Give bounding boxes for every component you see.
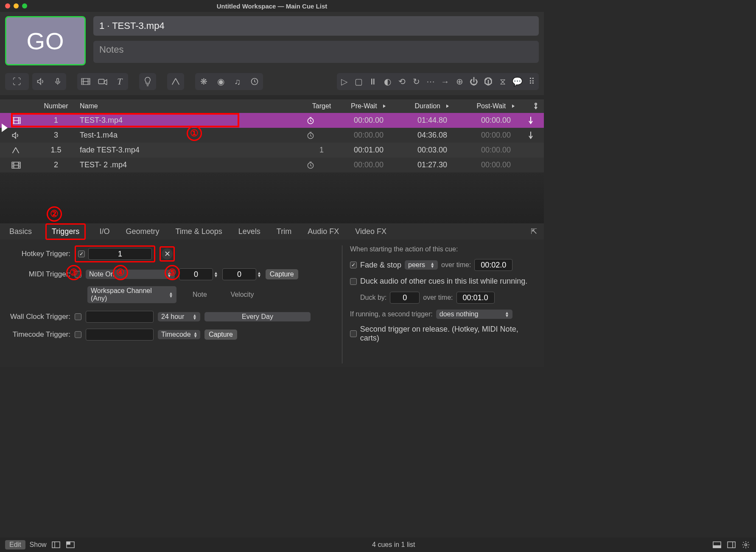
stop-icon[interactable]: ▢ xyxy=(351,73,366,90)
column-continue-header[interactable] xyxy=(528,102,544,110)
timecode-cue-icon[interactable] xyxy=(246,73,263,90)
video-cue-icon[interactable] xyxy=(77,73,94,90)
duck-label: Duck audio of other cues in this list wh… xyxy=(360,277,527,286)
pause-icon[interactable]: ⏸ xyxy=(366,73,380,90)
second-trigger-label: If running, a second trigger: xyxy=(350,310,433,318)
midi-cue-icon[interactable]: ◉ xyxy=(212,73,229,90)
midi-file-cue-icon[interactable]: ♫ xyxy=(229,73,246,90)
hotkey-trigger-label: Hotkey Trigger: xyxy=(7,250,70,258)
midi-velocity-stepper[interactable]: ▲▼ xyxy=(257,271,261,277)
target-icon[interactable]: ⊕ xyxy=(452,73,467,90)
cue-row[interactable]: 1TEST-3.mp400:00.0001:44.8000:00.00 xyxy=(0,113,544,128)
second-trigger-release-checkbox[interactable] xyxy=(350,330,357,337)
tab-audio-fx[interactable]: Audio FX xyxy=(305,225,342,238)
tab-geometry[interactable]: Geometry xyxy=(123,225,162,238)
devamp-icon[interactable]: ⋯ xyxy=(423,73,438,90)
cue-duration: 01:44.80 xyxy=(400,116,464,125)
fade-stop-time-input[interactable] xyxy=(474,259,512,271)
inspector-tabs: Basics Triggers I/O Geometry Time & Loop… xyxy=(0,223,544,239)
audio-cue-icon[interactable] xyxy=(32,73,49,90)
midi-type-select[interactable]: Note On ▲▼ xyxy=(86,270,175,279)
cue-target xyxy=(306,161,337,169)
tab-time-loops[interactable]: Time & Loops xyxy=(173,225,224,238)
script-icon[interactable]: ⠿ xyxy=(524,73,539,90)
fade-stop-checkbox[interactable] xyxy=(350,262,357,268)
cue-type-icon xyxy=(11,131,36,140)
tab-io[interactable]: I/O xyxy=(97,225,112,238)
wallclock-format-select[interactable]: 24 hour ▲▼ xyxy=(158,312,200,321)
timecode-type-select[interactable]: Timecode ▲▼ xyxy=(158,330,200,339)
svg-point-13 xyxy=(535,103,537,105)
reset-icon[interactable]: ↻ xyxy=(409,73,423,90)
midi-trigger-checkbox[interactable] xyxy=(75,271,81,278)
wallclock-time-input[interactable] xyxy=(86,311,154,323)
cue-row[interactable]: 3Test-1.m4a00:00.0004:36.0800:00.00 xyxy=(0,128,544,143)
mic-cue-icon[interactable] xyxy=(49,73,66,90)
cue-number: 2 xyxy=(36,161,76,169)
network-cue-icon[interactable]: ❋ xyxy=(195,73,212,90)
window-title: Untitled Workspace — Main Cue List xyxy=(0,3,544,10)
tab-triggers[interactable]: Triggers xyxy=(49,225,82,238)
tab-levels[interactable]: Levels xyxy=(236,225,263,238)
fade-stop-target-select[interactable]: peers ▲▼ xyxy=(405,260,438,270)
duck-by-input[interactable] xyxy=(390,292,420,304)
tab-basics[interactable]: Basics xyxy=(7,225,34,238)
memo-icon[interactable]: 💬 xyxy=(510,73,524,90)
midi-note-stepper[interactable]: ▲▼ xyxy=(214,271,218,277)
tab-trim[interactable]: Trim xyxy=(274,225,294,238)
duck-checkbox[interactable] xyxy=(350,278,357,285)
midi-channel-select[interactable]: Workspace Channel (Any) ▲▼ xyxy=(87,286,176,303)
text-cue-icon[interactable]: T xyxy=(111,73,128,90)
midi-capture-button[interactable]: Capture xyxy=(266,269,298,279)
cue-type-icon xyxy=(11,161,36,169)
play-icon[interactable]: ▷ xyxy=(337,73,351,90)
second-trigger-release-label: Second trigger on release. (Hotkey, MIDI… xyxy=(360,325,537,343)
midi-velocity-input[interactable] xyxy=(222,268,256,280)
cue-row[interactable]: 2TEST- 2 .mp400:00.0001:27.3000:00.00 xyxy=(0,158,544,172)
cue-postwait: 00:00.00 xyxy=(464,161,528,169)
cue-name: fade TEST-3.mp4 xyxy=(76,146,306,155)
column-duration-header[interactable]: Duration xyxy=(400,102,464,110)
disarm-icon[interactable]: ⏼ xyxy=(481,73,496,90)
cue-target xyxy=(306,116,337,125)
goto-icon[interactable]: → xyxy=(438,73,452,90)
cue-postwait: 00:00.00 xyxy=(464,146,528,155)
tab-video-fx[interactable]: Video FX xyxy=(353,225,389,238)
preview-icon[interactable]: ⟲ xyxy=(395,73,409,90)
fade-over-time-label: over time: xyxy=(441,261,471,269)
wallclock-days-select[interactable]: Every Day xyxy=(204,312,311,321)
wait-icon[interactable]: ⧖ xyxy=(496,73,510,90)
fullscreen-icon[interactable]: ⛶ xyxy=(5,73,29,90)
fade-cue-icon[interactable] xyxy=(167,73,184,90)
hotkey-clear-button[interactable]: ✕ xyxy=(162,248,173,259)
light-cue-icon[interactable] xyxy=(139,73,156,90)
cue-row[interactable]: 1.5fade TEST-3.mp4100:01.0000:03.0000:00… xyxy=(0,143,544,158)
go-button[interactable]: GO xyxy=(5,16,86,65)
cue-number: 1 xyxy=(36,116,76,125)
timecode-value-input[interactable] xyxy=(86,329,154,341)
svg-rect-0 xyxy=(57,79,59,82)
arm-icon[interactable]: ⏻ xyxy=(467,73,481,90)
midi-note-input[interactable] xyxy=(179,268,213,280)
camera-cue-icon[interactable] xyxy=(94,73,111,90)
hotkey-trigger-checkbox[interactable] xyxy=(78,251,85,257)
column-target-header[interactable]: Target xyxy=(306,102,337,110)
midi-velocity-sublabel: Velocity xyxy=(223,291,261,299)
column-name-header[interactable]: Name xyxy=(76,102,306,110)
column-number-header[interactable]: Number xyxy=(36,102,76,110)
midi-note-sublabel: Note xyxy=(181,291,219,299)
column-prewait-header[interactable]: Pre-Wait xyxy=(337,102,400,110)
notes-field[interactable]: Notes xyxy=(93,41,539,63)
timecode-capture-button[interactable]: Capture xyxy=(204,330,237,340)
timecode-trigger-checkbox[interactable] xyxy=(75,331,81,338)
popout-inspector-icon[interactable]: ⇱ xyxy=(531,227,537,236)
load-icon[interactable]: ◐ xyxy=(380,73,395,90)
wallclock-trigger-checkbox[interactable] xyxy=(75,313,81,320)
svg-rect-9 xyxy=(98,79,104,84)
column-postwait-header[interactable]: Post-Wait xyxy=(464,102,528,110)
duck-time-input[interactable] xyxy=(456,292,495,304)
hotkey-trigger-input[interactable] xyxy=(88,248,152,260)
cue-number: 1.5 xyxy=(36,146,76,155)
second-trigger-select[interactable]: does nothing ▲▼ xyxy=(436,310,512,319)
cue-list-header: Number Name Target Pre-Wait Duration Pos… xyxy=(0,99,544,113)
